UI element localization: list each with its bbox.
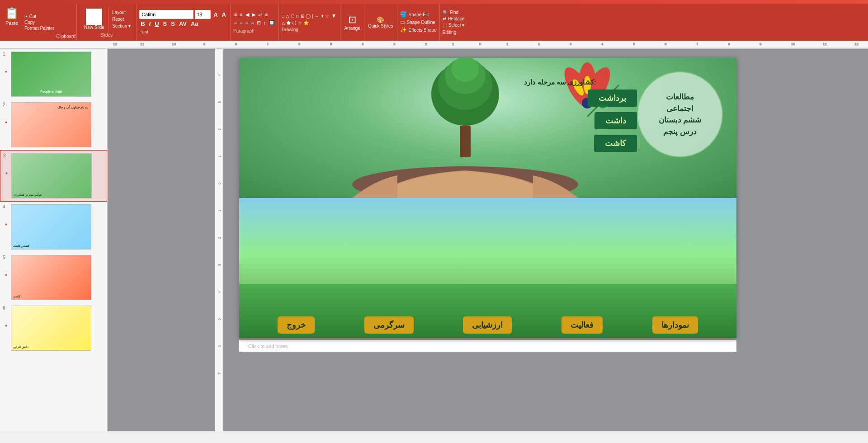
svg-text:11: 11 bbox=[823, 42, 827, 47]
reset-button[interactable]: Reset bbox=[110, 16, 132, 22]
font-name-input[interactable] bbox=[139, 10, 193, 19]
star-2: ★ bbox=[5, 120, 8, 124]
star-1: ★ bbox=[5, 70, 8, 74]
charts-label: نمودارها bbox=[661, 320, 689, 330]
svg-text:12: 12 bbox=[113, 42, 117, 47]
notes-area[interactable]: Click to add notes bbox=[239, 340, 736, 352]
svg-text:9: 9 bbox=[760, 42, 761, 47]
strikethrough-button[interactable]: S bbox=[162, 20, 169, 28]
arrange-label[interactable]: Arrange bbox=[344, 26, 360, 31]
slide-canvas: برداشت داشت کاشت کشاورزی سه مرحله دارد: … bbox=[239, 58, 736, 338]
font-label: Font bbox=[139, 29, 227, 34]
new-slide-label[interactable]: New Slide bbox=[84, 25, 104, 30]
slide-preview-6: دانش افزایی bbox=[11, 306, 91, 351]
main-area: 1 People in field ★ 2 به نام خداوند آب و… bbox=[0, 49, 868, 431]
copy-button[interactable]: Copy bbox=[23, 19, 56, 25]
bullets-button[interactable]: ≡ bbox=[233, 11, 238, 18]
align-left[interactable]: ≡ bbox=[233, 19, 238, 26]
svg-text:5: 5 bbox=[633, 42, 635, 47]
drawing-group: □ △ ⬡ ◻ ⊞ ◯ { → ✦ ☆ ▼ △ ⬟ ⟨ ⟩ ☆ ⭐ Drawin… bbox=[279, 4, 340, 41]
activity-label: فعالیت bbox=[571, 320, 594, 330]
font-case-button[interactable]: Aa bbox=[189, 20, 200, 28]
line-spacing-btn[interactable]: ↕ bbox=[263, 19, 267, 26]
slide-thumb-1[interactable]: 1 People in field ★ bbox=[0, 49, 107, 99]
editing-group: 🔍 Find ⇄ Replace ⬚ Select ▾ Editing bbox=[440, 4, 467, 41]
align-center[interactable]: ≡ bbox=[239, 19, 243, 26]
font-size-input[interactable] bbox=[195, 10, 211, 19]
plant-box[interactable]: کاشت bbox=[594, 135, 637, 152]
farm-label: کشاورزی سه مرحله دارد: bbox=[524, 78, 596, 86]
font-size-increase[interactable]: A bbox=[221, 11, 227, 19]
vertical-ruler: 4 3 2 1 0 1 2 3 4 5 6 7 bbox=[215, 49, 223, 431]
char-spacing-button[interactable]: AV bbox=[178, 20, 188, 28]
replace-button[interactable]: ⇄ Replace bbox=[443, 16, 465, 21]
select-button[interactable]: ⬚ Select ▾ bbox=[443, 23, 465, 28]
quick-styles-label[interactable]: Quick Styles bbox=[368, 24, 393, 28]
svg-text:9: 9 bbox=[203, 42, 205, 47]
charts-btn[interactable]: نمودارها bbox=[652, 316, 698, 334]
clipboard-group: 📋 Paste ✂ Cut Copy Format Painter Clipbo… bbox=[0, 4, 77, 41]
svg-text:11: 11 bbox=[140, 42, 144, 47]
shape-fill-button[interactable]: 🪣 Shape Fill bbox=[400, 11, 437, 18]
svg-text:6: 6 bbox=[665, 42, 666, 47]
text-align-button[interactable]: ≡ bbox=[264, 11, 269, 18]
font-size-decrease[interactable]: A bbox=[212, 11, 219, 19]
align-justify[interactable]: ≡ bbox=[250, 19, 255, 26]
slide-preview-5: کاشت bbox=[11, 255, 91, 300]
italic-button[interactable]: I bbox=[148, 20, 152, 28]
slide-number-5: 5 bbox=[3, 255, 9, 260]
star-5: ★ bbox=[5, 273, 8, 277]
svg-text:7: 7 bbox=[218, 372, 221, 374]
font-group: A A B I U S S AV Aa Font bbox=[137, 4, 231, 41]
indent-left-button[interactable]: ◀ bbox=[245, 11, 250, 18]
plant-text: کاشت bbox=[605, 139, 626, 148]
layout-button[interactable]: Layout bbox=[110, 9, 132, 15]
assessment-btn[interactable]: ارزشیابی bbox=[463, 316, 512, 334]
notes-placeholder: Click to add notes bbox=[248, 344, 288, 349]
slide-panel[interactable]: 1 People in field ★ 2 به نام خداوند آب و… bbox=[0, 49, 108, 431]
find-button[interactable]: 🔍 Find bbox=[443, 10, 465, 15]
align-right[interactable]: ≡ bbox=[245, 19, 249, 26]
smartart-btn[interactable]: 🔲 bbox=[268, 19, 276, 26]
svg-text:7: 7 bbox=[267, 42, 269, 47]
bottom-buttons-row: خروج سرگرمی ارزشیابی فعالیت نمودارها bbox=[239, 316, 736, 334]
slide-preview-1: People in field bbox=[11, 52, 91, 97]
shape-outline-button[interactable]: ▭ Shape Outline bbox=[400, 19, 437, 25]
slide-number-2: 2 bbox=[3, 102, 9, 107]
copy-format-group: ✂ Cut Copy Format Painter bbox=[23, 5, 56, 40]
numbering-button[interactable]: ≡ bbox=[239, 11, 243, 18]
svg-text:8: 8 bbox=[235, 42, 237, 47]
slide-thumb-2[interactable]: 2 به نام خداوند آب و خاک ★ bbox=[0, 99, 107, 150]
underline-button[interactable]: U bbox=[153, 20, 160, 28]
slide-thumb-5[interactable]: 5 کاشت ★ bbox=[0, 252, 107, 303]
activity-btn[interactable]: فعالیت bbox=[561, 316, 603, 334]
slides-label: Slides bbox=[100, 33, 113, 38]
harvest-box[interactable]: برداشت bbox=[588, 90, 637, 107]
effects-shape-button[interactable]: ✨ Effects Shape bbox=[400, 27, 437, 33]
svg-text:5: 5 bbox=[330, 42, 332, 47]
fun-btn[interactable]: سرگرمی bbox=[364, 316, 414, 334]
grow-box[interactable]: داشت bbox=[594, 112, 637, 129]
ribbon: 📋 Paste ✂ Cut Copy Format Painter Clipbo… bbox=[0, 4, 868, 41]
paste-button[interactable]: 📋 Paste bbox=[1, 5, 23, 40]
text-direction-button[interactable]: ⇌ bbox=[257, 11, 263, 18]
svg-text:1: 1 bbox=[218, 156, 221, 157]
shapes-expand[interactable]: ▼ bbox=[330, 12, 337, 19]
format-painter-button[interactable]: Format Painter bbox=[23, 25, 56, 31]
indent-right-button[interactable]: ▶ bbox=[251, 11, 256, 18]
section-button[interactable]: Section ▾ bbox=[110, 23, 132, 29]
svg-text:3: 3 bbox=[393, 42, 395, 47]
slide-thumb-3[interactable]: 3 عوامل موثر در کشاورزی ★ bbox=[0, 150, 107, 202]
svg-text:4: 4 bbox=[218, 291, 221, 293]
slide-preview-3: عوامل موثر در کشاورزی bbox=[11, 153, 92, 198]
svg-text:2: 2 bbox=[425, 42, 427, 47]
new-slide-area: 🖼 New Slide bbox=[80, 7, 108, 32]
cut-button[interactable]: ✂ Cut bbox=[23, 14, 56, 19]
shadow-button[interactable]: S bbox=[170, 20, 176, 28]
svg-text:2: 2 bbox=[218, 128, 221, 130]
exit-btn[interactable]: خروج bbox=[278, 316, 315, 334]
column-btn[interactable]: ⊞ bbox=[256, 19, 262, 26]
bold-button[interactable]: B bbox=[139, 20, 146, 28]
slide-thumb-4[interactable]: 4 کشت و کاشت ★ bbox=[0, 202, 107, 252]
slide-thumb-6[interactable]: 6 دانش افزایی ★ bbox=[0, 303, 107, 353]
